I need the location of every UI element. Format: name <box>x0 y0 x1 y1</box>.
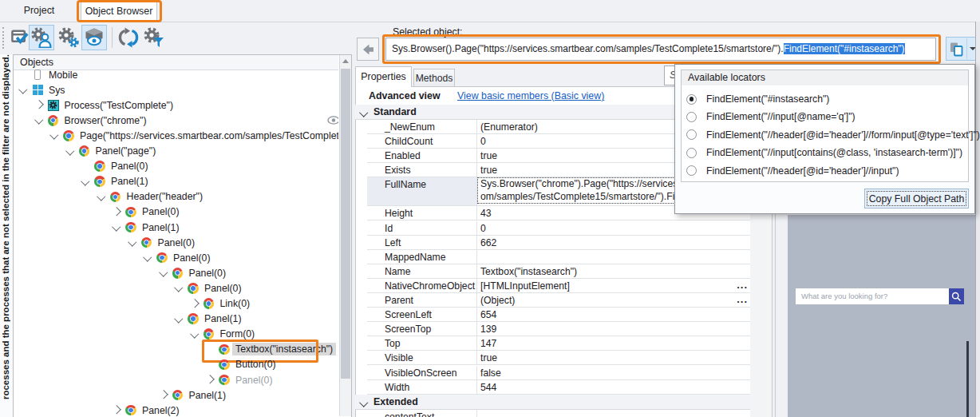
expand-toggle-icon[interactable] <box>34 101 43 109</box>
gears-settings-button[interactable] <box>56 25 81 50</box>
collapse-toggle-icon[interactable] <box>34 116 43 125</box>
collapse-toggle-icon[interactable] <box>359 108 368 117</box>
collapse-toggle-icon[interactable] <box>112 222 121 231</box>
property-row[interactable]: ScreenTop139 <box>367 322 750 336</box>
scrollbar-thumb[interactable] <box>341 69 350 379</box>
copy-path-button[interactable] <box>946 37 978 61</box>
property-row[interactable]: MappedName <box>367 250 750 264</box>
expand-value-button[interactable]: ... <box>737 293 748 305</box>
expand-toggle-icon[interactable] <box>159 391 168 399</box>
locator-option[interactable]: FindElement("//input[@name='q']") <box>686 108 856 125</box>
tree-item[interactable]: Panel(0) <box>14 159 338 174</box>
property-row[interactable]: NativeChromeObject[HTMLInputElement]... <box>367 279 750 293</box>
radio-button-icon[interactable] <box>686 94 697 105</box>
page-preview-panel: What are you looking for? <box>788 215 975 417</box>
tree-item[interactable]: Panel(0) <box>14 280 338 296</box>
radio-button-icon[interactable] <box>686 112 697 122</box>
locator-option[interactable]: FindElement("//input[contains(@class, 'i… <box>686 144 962 161</box>
tree-item-label: Form(0) <box>217 328 259 340</box>
expand-toggle-icon[interactable] <box>112 207 121 216</box>
chrome-icon <box>125 405 136 416</box>
property-row[interactable]: NameTextbox("instasearch") <box>367 264 750 279</box>
locator-option[interactable]: FindElement("#instasearch") <box>686 90 829 108</box>
tree-scrollbar[interactable] <box>339 55 351 416</box>
tree-item[interactable]: Panel(0) <box>14 250 338 265</box>
scroll-up-icon[interactable] <box>342 59 349 63</box>
tree-item-label: Browser("chrome") <box>61 114 150 127</box>
selected-object-path-field[interactable]: Sys.Browser().Page("https://services.sma… <box>385 38 936 61</box>
tree-item[interactable]: Panel(1) <box>14 387 338 403</box>
tree-item[interactable]: Panel(1) <box>14 312 338 327</box>
expand-value-button[interactable]: ... <box>737 279 748 291</box>
tree-item[interactable]: Browser("chrome") <box>14 113 338 128</box>
radio-button-icon[interactable] <box>686 148 697 158</box>
tree-item[interactable]: Panel("page") <box>14 144 338 159</box>
property-value: 662 <box>477 236 750 249</box>
back-button[interactable] <box>357 38 379 61</box>
tree-item[interactable]: Textbox("instasearch") <box>14 342 338 357</box>
testcomplete-window: Project Workspace Object Browser <box>0 0 980 417</box>
property-row[interactable]: Id0 <box>367 221 750 236</box>
property-row[interactable]: Left662 <box>367 236 750 250</box>
copy-full-object-path-button[interactable]: Copy Full Object Path <box>864 189 969 208</box>
collapse-toggle-icon[interactable] <box>65 146 74 155</box>
tab-properties[interactable]: Properties <box>355 66 412 87</box>
property-row[interactable]: ScreenLeft654 <box>367 308 750 322</box>
tree-item[interactable]: Process("TestComplete") <box>14 97 338 113</box>
tree-item[interactable]: Panel(2) <box>14 403 338 417</box>
collapse-toggle-icon[interactable] <box>159 268 168 277</box>
visibility-eye-icon[interactable] <box>327 116 338 125</box>
property-row[interactable]: contentText <box>367 410 750 417</box>
expand-toggle-icon[interactable] <box>112 406 121 415</box>
collapse-toggle-icon[interactable] <box>190 329 199 338</box>
property-value: [HTMLInputElement]... <box>477 279 750 292</box>
tree-item[interactable]: Mobile <box>14 67 338 82</box>
object-spy-button[interactable] <box>81 25 107 50</box>
locator-option[interactable]: FindElement("//header[@id='header']//for… <box>686 126 980 144</box>
tree-item[interactable]: Sys <box>14 82 338 97</box>
tab-methods[interactable]: Methods <box>413 69 455 87</box>
tab-object-browser[interactable]: Object Browser <box>81 1 157 22</box>
tree-item[interactable]: Header("header") <box>14 189 338 205</box>
expand-toggle-icon[interactable] <box>190 299 199 308</box>
property-row[interactable]: Visibletrue <box>367 351 750 365</box>
locator-option[interactable]: FindElement("//header[@id='header']//inp… <box>686 162 899 180</box>
gear-person-button[interactable] <box>29 25 54 50</box>
tree-item[interactable]: Panel(0) <box>14 235 338 250</box>
tree-item[interactable]: Page("https://services.smartbear.com/sam… <box>14 128 338 143</box>
radio-button-icon[interactable] <box>686 129 697 140</box>
chrome-icon <box>204 328 215 340</box>
tree-item-label: Panel(0) <box>186 267 229 280</box>
tree-item[interactable]: Panel(0) <box>14 205 338 220</box>
expand-toggle-icon[interactable] <box>205 375 214 383</box>
collapse-toggle-icon[interactable] <box>49 131 58 140</box>
property-row[interactable]: VisibleOnScreenfalse <box>367 366 750 380</box>
collapse-toggle-icon[interactable] <box>174 314 183 323</box>
toolbar-grip-handle[interactable] <box>2 27 4 49</box>
tree-item[interactable]: Button(0) <box>14 357 338 372</box>
collapse-toggle-icon[interactable] <box>18 85 27 94</box>
property-row[interactable]: Top147 <box>367 336 750 351</box>
store-search-input[interactable]: What are you looking for? <box>796 288 949 304</box>
collapse-toggle-icon[interactable] <box>143 253 152 262</box>
tree-item[interactable]: Panel(0) <box>14 372 338 387</box>
collapse-toggle-icon[interactable] <box>359 398 368 407</box>
tree-item[interactable]: Panel(1) <box>14 220 338 235</box>
collapse-toggle-icon[interactable] <box>97 192 105 201</box>
tree-item[interactable]: Panel(1) <box>14 174 338 189</box>
radio-button-icon[interactable] <box>686 165 697 176</box>
collapse-toggle-icon[interactable] <box>128 238 136 247</box>
property-section-header[interactable]: Extended <box>355 395 750 410</box>
refresh-button[interactable] <box>116 25 141 50</box>
property-value <box>477 250 750 264</box>
available-locators-popup: Available locators Copy Full Object Path… <box>674 64 975 214</box>
collapse-toggle-icon[interactable] <box>174 284 183 292</box>
store-search-button[interactable] <box>949 288 964 304</box>
tree-item[interactable]: Panel(0) <box>14 265 338 280</box>
property-row[interactable]: Width544 <box>367 380 750 395</box>
property-row[interactable]: Parent(Object)... <box>367 293 750 308</box>
tree-item[interactable]: Link(0) <box>14 296 338 312</box>
collapse-toggle-icon[interactable] <box>81 177 89 185</box>
tab-project-workspace[interactable]: Project Workspace <box>0 1 78 21</box>
filter-settings-button[interactable] <box>141 25 167 50</box>
